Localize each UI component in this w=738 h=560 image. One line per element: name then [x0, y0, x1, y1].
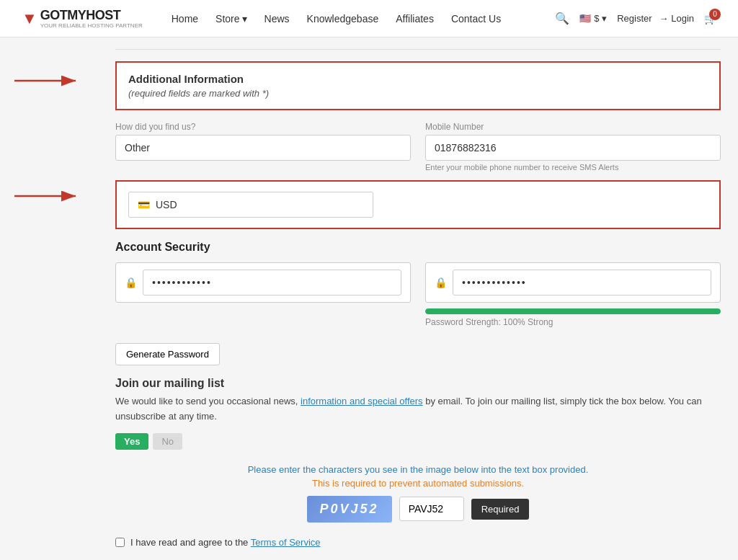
- nav-home[interactable]: Home: [172, 13, 198, 25]
- mobile-group: Mobile Number Enter your mobile phone nu…: [425, 122, 721, 172]
- nav-store[interactable]: Store ▾: [215, 13, 246, 25]
- confirm-password-group: 🔒 Password Strength: 100% Strong: [425, 262, 721, 327]
- captcha-instruction1: Please enter the characters you see in t…: [115, 464, 721, 475]
- flag-icon: 🇺🇸: [579, 13, 591, 24]
- mobile-label: Mobile Number: [425, 122, 721, 132]
- cart-button[interactable]: 🛒 0: [704, 13, 716, 25]
- logo-sub: YOUR RELIABLE HOSTING PARTNER: [40, 23, 143, 29]
- search-button[interactable]: 🔍: [555, 12, 569, 25]
- generate-password-button[interactable]: Generate Password: [115, 343, 220, 365]
- logo-text: GOTMYHOST: [40, 8, 121, 22]
- additional-info-subtitle: (required fields are marked with *): [128, 88, 708, 99]
- register-link[interactable]: Register: [617, 13, 652, 24]
- nav-contact[interactable]: Contact Us: [451, 13, 501, 25]
- additional-info-section: Additional Information (required fields …: [115, 61, 721, 110]
- password-input-wrap[interactable]: 🔒: [115, 262, 411, 303]
- password-group: 🔒: [115, 262, 411, 327]
- mobile-hint: Enter your mobile phone number to receiv…: [425, 163, 721, 172]
- mailing-link[interactable]: information and special offers: [301, 396, 423, 406]
- mailing-description: We would like to send you occasional new…: [115, 394, 721, 425]
- login-arrow-icon: →: [659, 13, 669, 24]
- nav-news[interactable]: News: [264, 13, 290, 25]
- logo-icon: ▼: [22, 9, 37, 28]
- logo[interactable]: ▼ GOTMYHOST YOUR RELIABLE HOSTING PARTNE…: [22, 8, 143, 29]
- mailing-heading: Join our mailing list: [115, 377, 721, 390]
- tos-row: I have read and agree to the Terms of Se…: [115, 537, 721, 548]
- strength-bar: [425, 308, 721, 314]
- currency-label: $ ▾: [594, 13, 607, 24]
- navbar: ▼ GOTMYHOST YOUR RELIABLE HOSTING PARTNE…: [0, 0, 738, 37]
- required-badge: Required: [471, 499, 530, 520]
- how-find-group: How did you find us?: [115, 122, 411, 172]
- currency-icon: 💳: [138, 199, 150, 210]
- strength-label: Password Strength: 100% Strong: [425, 317, 721, 327]
- account-security-heading: Account Security: [115, 241, 721, 254]
- additional-info-heading: Additional Information: [128, 73, 708, 85]
- annotation-arrows: [0, 37, 86, 268]
- how-find-label: How did you find us?: [115, 122, 411, 132]
- lock-icon-confirm: 🔒: [435, 277, 447, 288]
- currency-input-wrap[interactable]: 💳 USD: [128, 192, 373, 218]
- nav-links: Home Store ▾ News Knowledgebase Affiliat…: [172, 13, 556, 25]
- currency-value: USD: [156, 199, 177, 210]
- nav-right: 🔍 🇺🇸 $ ▾ Register → Login 🛒 0: [555, 12, 716, 25]
- sidebar: [0, 37, 101, 560]
- tos-checkbox[interactable]: [115, 538, 125, 547]
- captcha-section: Please enter the characters you see in t…: [115, 464, 721, 523]
- nav-knowledgebase[interactable]: Knowledgebase: [307, 13, 379, 25]
- cart-count: 0: [709, 9, 721, 20]
- toggle-yes-button[interactable]: Yes: [115, 433, 148, 450]
- nav-auth: Register → Login: [617, 13, 694, 24]
- chevron-down-icon: ▾: [242, 13, 247, 25]
- find-mobile-row: How did you find us? Mobile Number Enter…: [115, 122, 721, 172]
- password-row: 🔒 🔒 Password Strength: 100% Strong: [115, 262, 721, 327]
- strength-bar-fill: [425, 308, 721, 314]
- mobile-input[interactable]: [425, 135, 721, 161]
- password-input[interactable]: [143, 270, 401, 295]
- captcha-input[interactable]: [399, 497, 464, 521]
- confirm-password-input-wrap[interactable]: 🔒: [425, 262, 721, 303]
- login-link[interactable]: → Login: [659, 13, 694, 24]
- section-divider: [115, 49, 721, 50]
- main-content: Additional Information (required fields …: [101, 37, 735, 560]
- tos-link[interactable]: Terms of Service: [251, 537, 321, 548]
- captcha-row: P0VJ52 Required: [115, 496, 721, 523]
- mailing-section: Join our mailing list We would like to s…: [115, 377, 721, 450]
- lock-icon: 🔒: [125, 277, 137, 288]
- account-security-section: Account Security 🔒 🔒 Pass: [115, 241, 721, 365]
- captcha-instruction2: This is required to prevent automated su…: [115, 478, 721, 489]
- flag-currency[interactable]: 🇺🇸 $ ▾: [579, 13, 607, 24]
- confirm-password-input[interactable]: [453, 270, 711, 295]
- currency-section: 💳 USD: [115, 180, 721, 229]
- toggle-wrap: Yes No: [115, 433, 721, 450]
- tos-label: I have read and agree to the Terms of Se…: [130, 537, 321, 548]
- captcha-image: P0VJ52: [307, 496, 392, 523]
- toggle-no-button[interactable]: No: [153, 433, 182, 450]
- nav-affiliates[interactable]: Affiliates: [396, 13, 434, 25]
- how-find-input[interactable]: [115, 135, 411, 161]
